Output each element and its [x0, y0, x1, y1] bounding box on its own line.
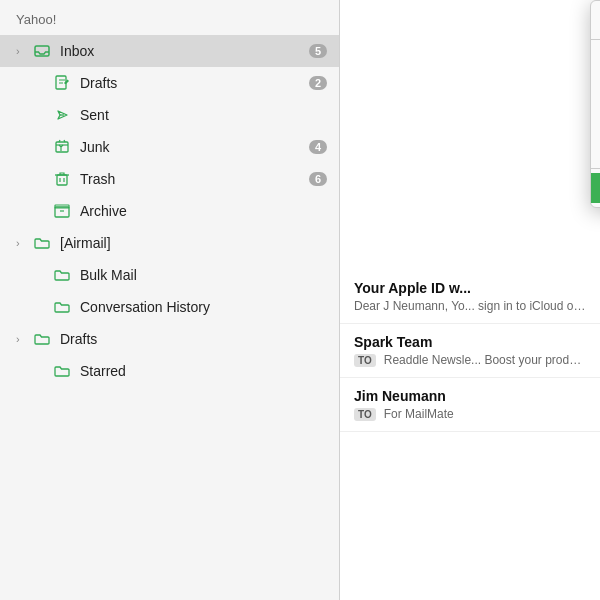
email-preview-2: Readdle Newsle... Boost your productiv..… — [384, 353, 586, 367]
airmail-folder-icon — [32, 235, 52, 251]
email-sender-2: Spark Team — [354, 334, 586, 350]
bulkmail-label: Bulk Mail — [80, 267, 327, 283]
sidebar-item-starred[interactable]: › Starred — [0, 355, 339, 387]
sent-label: Sent — [80, 107, 327, 123]
sidebar-item-history[interactable]: › Conversation History — [0, 291, 339, 323]
sidebar-item-drafts[interactable]: › Drafts 2 — [0, 67, 339, 99]
drafts2-icon — [32, 331, 52, 347]
sidebar-item-bulkmail[interactable]: › Bulk Mail — [0, 259, 339, 291]
sidebar-header: Yahoo! — [0, 0, 339, 35]
history-label: Conversation History — [80, 299, 327, 315]
menu-item-go-favorite[interactable]: Go to Favorite Mailbox — [591, 44, 600, 74]
right-panel: Your Apple ID w... Dear J Neumann, Yo...… — [340, 0, 600, 600]
menu-item-rebuild[interactable]: Rebuild — [591, 173, 600, 203]
email-item-2[interactable]: Spark Team TO Readdle Newsle... Boost yo… — [340, 324, 600, 378]
airmail-label: [Airmail] — [60, 235, 327, 251]
chevron-icon-drafts2: › — [16, 333, 30, 345]
context-menu: Export Mailbox... Go to Favorite Mailbox… — [590, 0, 600, 208]
sidebar-item-inbox[interactable]: › Inbox 5 — [0, 35, 339, 67]
email-sender-3: Jim Neumann — [354, 388, 586, 404]
menu-item-go-next[interactable]: Go to Next Mailbox — [591, 134, 600, 164]
sidebar-item-sent[interactable]: › Sent — [0, 99, 339, 131]
email-item-1[interactable]: Your Apple ID w... Dear J Neumann, Yo...… — [340, 270, 600, 324]
inbox-label: Inbox — [60, 43, 309, 59]
archive-icon — [52, 203, 72, 219]
sidebar-item-junk[interactable]: › Junk 4 — [0, 131, 339, 163]
trash-badge: 6 — [309, 172, 327, 186]
archive-label: Archive — [80, 203, 327, 219]
email-sender-1: Your Apple ID w... — [354, 280, 586, 296]
sidebar: Yahoo! › Inbox 5 › Draft — [0, 0, 340, 600]
junk-badge: 4 — [309, 140, 327, 154]
chevron-icon-airmail: › — [16, 237, 30, 249]
history-icon — [52, 299, 72, 315]
menu-item-export[interactable]: Export Mailbox... — [591, 5, 600, 35]
svg-rect-3 — [56, 142, 68, 152]
menu-separator-1 — [591, 39, 600, 40]
junk-icon — [52, 139, 72, 155]
sidebar-item-archive[interactable]: › Archive — [0, 195, 339, 227]
inbox-icon — [32, 43, 52, 59]
drafts-icon — [52, 75, 72, 91]
email-item-3[interactable]: Jim Neumann TO For MailMate — [340, 378, 600, 432]
sidebar-item-trash[interactable]: › Trash 6 — [0, 163, 339, 195]
email-preview-3: For MailMate — [384, 407, 454, 421]
trash-icon — [52, 171, 72, 187]
email-tag-2: TO — [354, 354, 376, 367]
drafts2-label: Drafts — [60, 331, 327, 347]
starred-label: Starred — [80, 363, 327, 379]
drafts-badge: 2 — [309, 76, 327, 90]
trash-label: Trash — [80, 171, 309, 187]
inbox-badge: 5 — [309, 44, 327, 58]
email-list: Your Apple ID w... Dear J Neumann, Yo...… — [340, 0, 600, 432]
menu-separator-2 — [591, 168, 600, 169]
email-tag-3: TO — [354, 408, 376, 421]
sidebar-item-airmail[interactable]: › [Airmail] — [0, 227, 339, 259]
junk-label: Junk — [80, 139, 309, 155]
drafts-label: Drafts — [80, 75, 309, 91]
sidebar-item-drafts2[interactable]: › Drafts — [0, 323, 339, 355]
menu-item-go-previous[interactable]: Go to Previous Mailbox — [591, 104, 600, 134]
email-preview-1: Dear J Neumann, Yo... sign in to iCloud … — [354, 299, 586, 313]
svg-rect-7 — [57, 175, 67, 185]
app-container: Yahoo! › Inbox 5 › Draft — [0, 0, 600, 600]
sent-icon — [52, 107, 72, 123]
chevron-icon: › — [16, 45, 30, 57]
menu-item-move-favorite[interactable]: Move to Favorite Mailbox — [591, 74, 600, 104]
starred-icon — [52, 363, 72, 379]
bulkmail-icon — [52, 267, 72, 283]
